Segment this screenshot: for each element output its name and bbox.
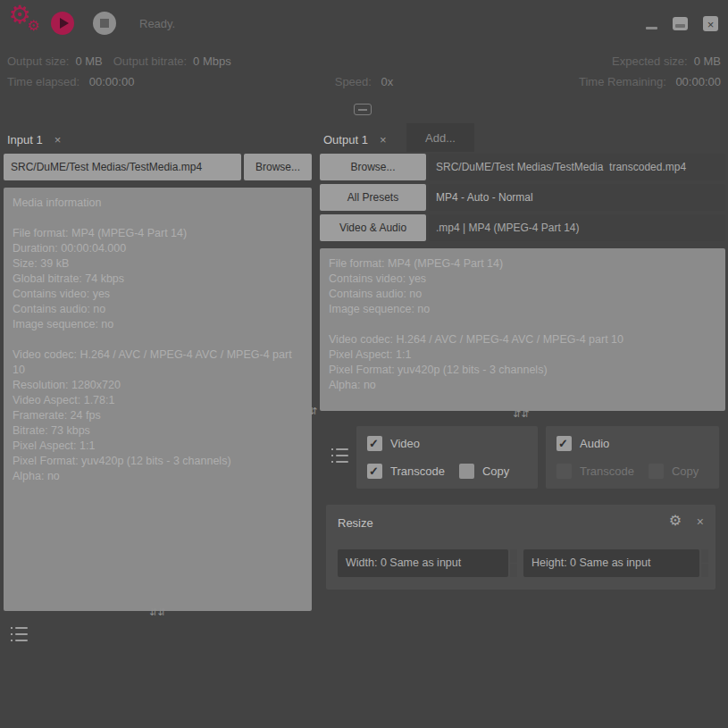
preset-select-dropdown[interactable]: MP4 - Auto - Normal — [429, 184, 725, 211]
video-label: Video — [390, 437, 420, 450]
expected-size-value: 0 MB — [694, 54, 721, 68]
time-remaining-label: Time Remaining: — [579, 75, 666, 88]
splitter-handle-detail — [358, 109, 367, 111]
video-transcode-checkbox[interactable]: ✓ — [367, 464, 382, 479]
video-stream-block: ✓ Video ✓ Transcode Copy — [356, 426, 538, 489]
output-media-info-text: File format: MP4 (MPEG-4 Part 14) Contai… — [320, 248, 725, 401]
resize-width-spinbox[interactable]: Width: 0 Same as input — [338, 549, 508, 577]
output-browse-button[interactable]: Browse... — [320, 154, 426, 180]
window-controls: × — [645, 0, 718, 46]
progress-row-sizes: Output size: 0 MB Output bitrate: 0 Mbps… — [0, 51, 728, 71]
splitter-arrows-icon[interactable]: ⇵⇵ — [149, 607, 165, 618]
resize-width-spinner[interactable] — [510, 549, 517, 577]
gear-icon: ⚙ — [27, 17, 39, 34]
video-checkbox[interactable]: ✓ — [367, 436, 382, 451]
progress-row-times: Time elapsed: 00:00:00 Speed: 0x Time Re… — [0, 71, 728, 92]
close-icon: × — [707, 18, 715, 31]
resize-height-spinbox[interactable]: Height: 0 Same as input — [523, 549, 699, 577]
audio-transcode-label: Transcode — [580, 464, 634, 478]
presets-filter-dropdown[interactable]: All Presets — [320, 184, 426, 211]
speed-label: Speed: — [335, 75, 372, 88]
output-file-path-field[interactable]: SRC/DuME/Test Medias/TestMedia transcode… — [429, 154, 725, 180]
output-size-label: Output size: — [7, 54, 69, 68]
status-message: Ready. — [139, 0, 175, 48]
splitter-arrows-icon[interactable]: ⇵ — [309, 406, 317, 417]
tab-input-label: Input 1 — [7, 133, 43, 146]
output-bitrate-label: Output bitrate: — [113, 54, 187, 68]
minimize-icon — [646, 27, 657, 29]
resize-title: Resize — [338, 516, 373, 530]
audio-copy-label: Copy — [672, 464, 699, 478]
tab-output-label: Output 1 — [323, 133, 368, 146]
audio-copy-checkbox — [649, 464, 664, 479]
streams-filter-dropdown[interactable]: Video & Audio — [320, 214, 426, 241]
video-copy-label: Copy — [482, 464, 509, 478]
resize-settings-gear-icon[interactable]: ⚙ — [669, 512, 682, 529]
minimize-button[interactable] — [645, 16, 657, 31]
progress-panel: Output size: 0 MB Output bitrate: 0 Mbps… — [0, 51, 728, 92]
time-elapsed-label: Time elapsed: — [7, 75, 79, 88]
input-media-info-panel: Media information File format: MP4 (MPEG… — [4, 188, 312, 611]
output-bitrate-value: 0 Mbps — [193, 54, 231, 68]
close-window-button[interactable]: × — [703, 16, 718, 31]
time-remaining-value: 00:00:00 — [675, 75, 721, 88]
close-tab-icon[interactable]: × — [54, 133, 62, 146]
stop-transcode-button[interactable] — [93, 12, 116, 35]
output-media-info-panel: File format: MP4 (MPEG-4 Part 14) Contai… — [320, 248, 725, 411]
dume-app-window: ⚙ ⚙ Ready. × Output size: 0 MB Output bi — [0, 0, 728, 728]
time-elapsed-value: 00:00:00 — [89, 75, 135, 88]
video-copy-checkbox[interactable] — [459, 464, 474, 479]
audio-row: ✓ Audio — [556, 435, 609, 451]
input-browse-button[interactable]: Browse... — [244, 154, 312, 180]
video-mode-row: ✓ Transcode Copy — [367, 463, 509, 479]
play-icon — [60, 18, 69, 29]
check-icon: ✓ — [558, 436, 568, 451]
video-transcode-label: Transcode — [390, 464, 445, 478]
stream-options-menu-icon[interactable] — [331, 448, 348, 463]
audio-stream-block: ✓ Audio Transcode Copy — [546, 426, 719, 489]
audio-checkbox[interactable]: ✓ — [556, 436, 572, 451]
time-remaining-group: Time Remaining: 00:00:00 — [393, 75, 721, 88]
resize-close-icon[interactable]: × — [697, 515, 704, 529]
output-size-value: 0 MB — [75, 54, 102, 68]
audio-transcode-checkbox — [556, 464, 572, 479]
input-media-info-text: Media information File format: MP4 (MPEG… — [4, 188, 312, 492]
input-options-menu-icon[interactable] — [11, 627, 28, 641]
resize-block: Resize ⚙ × Width: 0 Same as input Height… — [326, 505, 715, 590]
tab-input-1[interactable]: Input 1 × — [7, 127, 61, 152]
video-row: ✓ Video — [367, 435, 420, 451]
format-select-dropdown[interactable]: .mp4 | MP4 (MPEG-4 Part 14) — [429, 214, 725, 241]
splitter-handle-icon[interactable] — [354, 104, 372, 115]
dume-logo: ⚙ ⚙ — [7, 4, 46, 45]
close-tab-icon[interactable]: × — [380, 133, 387, 146]
tab-output-1[interactable]: Output 1 × — [323, 127, 386, 152]
expected-size-label: Expected size: — [612, 54, 688, 68]
resize-height-spinner[interactable] — [701, 549, 708, 577]
speed-value: 0x — [381, 75, 394, 88]
start-transcode-button[interactable] — [51, 12, 74, 35]
maximize-button[interactable] — [673, 17, 688, 30]
stop-icon — [100, 19, 109, 28]
check-icon: ✓ — [369, 464, 379, 479]
input-file-path-field[interactable]: SRC/DuME/Test Medias/TestMedia.mp4 — [4, 154, 241, 180]
time-elapsed-group: Time elapsed: 00:00:00 — [7, 75, 335, 88]
audio-mode-row: Transcode Copy — [556, 463, 699, 479]
tab-add-output[interactable]: Add... — [406, 123, 474, 152]
speed-group: Speed: 0x — [335, 75, 394, 88]
check-icon: ✓ — [369, 436, 379, 451]
splitter-arrows-icon[interactable]: ⇵⇵ — [513, 408, 529, 420]
audio-label: Audio — [580, 437, 609, 450]
main-toolbar: ⚙ ⚙ Ready. × — [0, 0, 728, 46]
maximize-icon — [675, 24, 685, 28]
